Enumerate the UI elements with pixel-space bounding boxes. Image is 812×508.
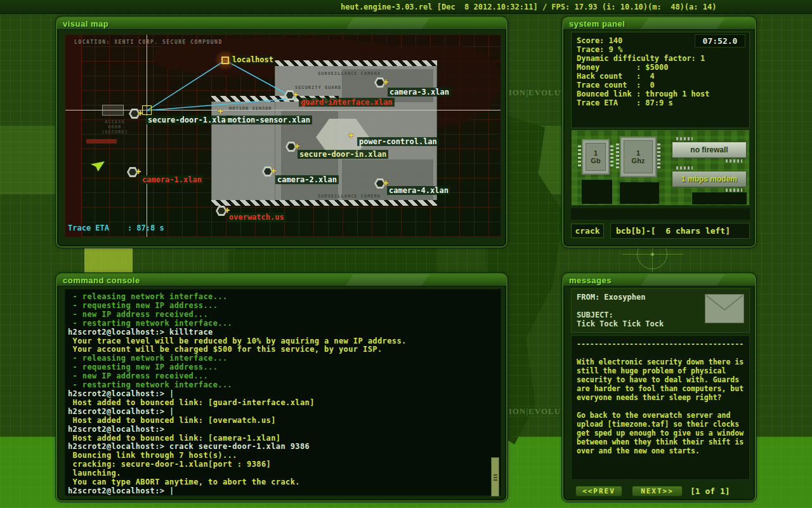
visual-map-title-bar: visual map [57, 18, 506, 30]
system-panel: system panel 07:52.0 Score: 140 Trace: 9… [562, 17, 756, 248]
selected-host-box [142, 105, 152, 115]
system-panel-strip [571, 208, 750, 220]
memory-unit: Gb [591, 157, 600, 164]
host-label[interactable]: camera-3.xlan [388, 88, 451, 97]
console-title-bar: command console [57, 274, 506, 286]
panel-title: visual map [63, 19, 108, 29]
map-node-secure-door-1[interactable]: + secure-door-1.xlan [129, 109, 140, 119]
cpu-unit: Ghz [632, 157, 645, 164]
system-stats-box: 07:52.0 Score: 140 Trace: 9 % Dynamic di… [571, 32, 750, 128]
host-label[interactable]: camera-1.xlan [140, 175, 204, 184]
target-cross-icon: + [218, 107, 223, 116]
map-node-secure-door-in[interactable]: + secure-door-in.xlan [285, 142, 297, 152]
console-line: h2scrot2@localhost:> [68, 425, 501, 434]
console-line: You can type ABORT anytime, to abort the… [68, 478, 501, 487]
panel-title: command console [63, 276, 140, 285]
console-line: - restarting network interface... [68, 381, 501, 390]
target-cross-icon: + [271, 166, 276, 175]
stat-line: Dynamic difficulty factor: 1 [577, 54, 710, 63]
stat-line: Hack count : 4 [577, 72, 710, 81]
stat-line: Score: 140 [577, 36, 710, 45]
map-node-camera-1[interactable]: + camera-1.xlan [127, 167, 138, 177]
host-label[interactable]: overwatch.us [227, 213, 286, 222]
empty-hardware-slot [620, 182, 659, 204]
console-line: - releasing network interface... [68, 354, 501, 363]
console-line: - new IP address received... [68, 311, 501, 319]
map-node-camera-2[interactable]: + camera-2.xlan [262, 166, 273, 177]
map-node-overwatch[interactable]: + overwatch.us [216, 206, 227, 216]
host-label[interactable]: camera-2.xlan [275, 175, 339, 184]
map-trace-eta: Trace ETA : 87:8 s [68, 224, 164, 232]
target-cross-icon: + [293, 90, 298, 99]
message-subject: Tick Tock Tick Tock [577, 319, 664, 328]
console-line: h2scrot2@localhost:> | [68, 390, 501, 399]
bounce-link-lines [65, 35, 501, 237]
console-line: h2scrot2@localhost:> | [68, 408, 501, 417]
modem-module: 1 mbps modem [672, 171, 747, 187]
engine-status-bar: heut.engine-3.03.rel [Dec 8 2012.10:32:1… [0, 0, 812, 14]
console-line: - restarting network interface... [68, 319, 501, 328]
empty-hardware-slot [582, 180, 612, 204]
prev-message-button[interactable]: <<PREV [575, 486, 622, 497]
message-page-indicator: [1 of 1] [690, 486, 730, 496]
console-output[interactable]: - releasing network interface... - reque… [65, 289, 501, 496]
map-node-motion-sensor[interactable]: + motion-sensor.xlan [218, 107, 225, 115]
console-line: Your trace level will be reduced by 10% … [68, 337, 501, 346]
next-message-button[interactable]: NEXT>> [632, 486, 683, 497]
host-label[interactable]: localhost [230, 55, 275, 64]
engine-status-text: heut.engine-3.03.rel [Dec 8 2012.10:32:1… [341, 3, 716, 11]
stat-line: Trace ETA : 87:9 s [577, 98, 710, 107]
console-line: h2scrot2@localhost:> crack secure-door-1… [68, 443, 501, 451]
console-scrollbar[interactable] [491, 457, 499, 497]
panel-title: system panel [569, 19, 625, 29]
background-chip-decoration [84, 243, 133, 274]
map-node-power-control[interactable]: + power-control.lan [348, 131, 356, 139]
console-line: Host added to bounced link: [guard-inter… [68, 399, 501, 408]
system-stats: Score: 140 Trace: 9 % Dynamic difficulty… [577, 36, 710, 107]
message-from: FROM: Exosyphen [577, 293, 645, 302]
sensor-marker: + [218, 107, 225, 115]
crack-progress-field[interactable]: bcb[b]-[ 6 chars left] [610, 223, 750, 239]
console-line: h2scrot2@localhost:> | [68, 487, 501, 496]
stat-line: Money : $5000 [577, 63, 710, 72]
host-label[interactable]: secure-door-in.xlan [298, 150, 388, 159]
console-line: - requesting new IP address... [68, 302, 501, 311]
network-map[interactable]: LOCATION: XENTI CORP. SECURE COMPOUND SU… [65, 34, 501, 237]
memory-value: 1 [594, 149, 598, 157]
message-subject-label: SUBJECT: [577, 311, 613, 319]
message-separator: -------------------------------------- [577, 340, 744, 349]
console-line: Your account will be charged $500 for th… [68, 345, 501, 354]
target-cross-icon: + [383, 77, 388, 86]
console-line: cracking: secure-door-1.xlan[port : 9386… [68, 460, 501, 469]
map-node-localhost[interactable]: localhost [221, 57, 229, 64]
envelope-icon [705, 294, 744, 323]
cpu-chip: 1 Ghz [620, 137, 657, 177]
cpu-value: 1 [636, 149, 640, 157]
map-node-guard-interface[interactable]: + guard-interface.xlan [284, 90, 296, 100]
hardware-board: 1 Gb 1 Ghz no firewall 1 mbps modem [571, 130, 750, 206]
console-line: - new IP address received... [68, 372, 501, 381]
localhost-icon [221, 57, 229, 64]
host-label[interactable]: secure-door-1.xlan [146, 116, 232, 124]
stat-line: Bounced link : through 1 host [577, 90, 710, 98]
console-line: Host added to bounced link: [camera-1.xl… [68, 434, 501, 443]
console-line: h2scrot2@localhost:> killtrace [68, 328, 501, 337]
map-node-camera-4[interactable]: + camera-4.xlan [374, 178, 386, 189]
host-label[interactable]: camera-4.xlan [387, 186, 450, 195]
host-label[interactable]: motion-sensor.xlan [226, 116, 312, 124]
console-line: launching. [68, 469, 501, 478]
messages-title-bar: messages [563, 274, 755, 286]
map-node-camera-3[interactable]: + camera-3.xlan [374, 77, 386, 88]
worldmap-silhouette [228, 243, 438, 273]
system-panel-title-bar: system panel [563, 18, 755, 30]
firewall-module: no firewall [672, 142, 747, 158]
target-cross-icon: + [136, 167, 141, 176]
host-label[interactable]: power-control.lan [357, 137, 439, 146]
message-header: FROM: Exosyphen SUBJECT: Tick Tock Tick … [571, 288, 750, 333]
sensor-marker: + [348, 131, 356, 139]
crack-button[interactable]: crack [571, 224, 604, 238]
target-cross-icon: + [294, 142, 299, 150]
console-line: - requesting new IP address... [68, 363, 501, 372]
host-label[interactable]: guard-interface.xlan [299, 98, 395, 107]
console-line: - releasing network interface... [68, 293, 501, 302]
